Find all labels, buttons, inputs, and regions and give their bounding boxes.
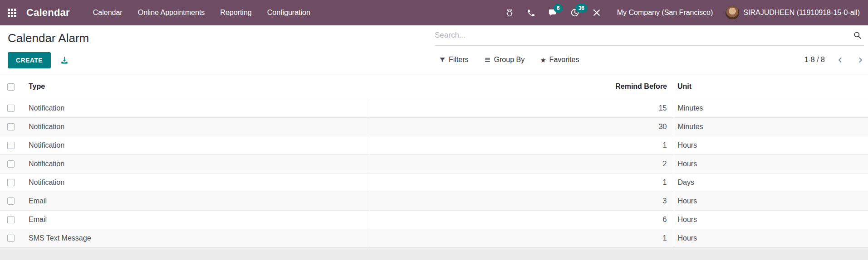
pager-next-button[interactable] <box>857 56 864 64</box>
row-end-spacer <box>857 192 868 210</box>
row-unit[interactable]: Minutes <box>674 117 857 136</box>
table-row[interactable]: Email 6 Hours <box>0 210 868 229</box>
user-menu[interactable]: SIRAJUDHEEN (11910918-15-0-all) <box>724 6 862 19</box>
table-row[interactable]: SMS Text Message 1 Hours <box>0 229 868 247</box>
row-type[interactable]: Notification <box>22 99 370 117</box>
bug-icon[interactable] <box>500 0 519 25</box>
favorites-label: Favorites <box>549 56 579 64</box>
row-remind-before[interactable]: 3 <box>370 192 674 210</box>
row-select-cell[interactable] <box>0 154 22 173</box>
row-end-spacer <box>857 136 868 154</box>
filter-funnel-icon <box>439 57 446 63</box>
messages-icon[interactable]: 6 <box>544 0 563 25</box>
page-title: Calendar Alarm <box>8 31 435 45</box>
pager-value: 1-8 / 8 <box>804 56 825 64</box>
row-unit[interactable]: Days <box>674 173 857 192</box>
top-navbar: Calendar CalendarOnline AppointmentsRepo… <box>0 0 868 25</box>
row-select-cell[interactable] <box>0 210 22 229</box>
row-checkbox[interactable] <box>7 123 15 130</box>
favorites-menu[interactable]: ★ Favorites <box>535 53 584 67</box>
row-end-spacer <box>857 154 868 173</box>
phone-icon[interactable] <box>522 0 541 25</box>
row-remind-before[interactable]: 2 <box>370 154 674 173</box>
control-panel: Calendar Alarm CREATE <box>0 25 868 74</box>
select-all-checkbox[interactable] <box>7 83 15 91</box>
row-remind-before[interactable]: 1 <box>370 136 674 154</box>
bug-icon <box>505 8 514 17</box>
row-unit[interactable]: Minutes <box>674 99 857 117</box>
row-checkbox[interactable] <box>7 105 15 112</box>
column-header-remind-before[interactable]: Remind Before <box>370 74 674 99</box>
menu-item[interactable]: Configuration <box>260 0 318 25</box>
column-header-unit[interactable]: Unit <box>674 74 857 99</box>
row-type[interactable]: SMS Text Message <box>22 229 370 247</box>
row-select-cell[interactable] <box>0 192 22 210</box>
company-switcher[interactable]: My Company (San Francisco) <box>609 9 721 17</box>
search-icon <box>853 31 862 40</box>
table-row[interactable]: Notification 30 Minutes <box>0 117 868 136</box>
row-unit[interactable]: Hours <box>674 136 857 154</box>
row-checkbox[interactable] <box>7 142 15 149</box>
row-checkbox[interactable] <box>7 179 15 186</box>
column-header-type[interactable]: Type <box>22 74 370 99</box>
wrench-screwdriver-icon <box>592 8 601 17</box>
group-by-label: Group By <box>494 56 525 64</box>
menu-item[interactable]: Online Appointments <box>130 0 213 25</box>
row-end-spacer <box>857 173 868 192</box>
row-type[interactable]: Notification <box>22 154 370 173</box>
activities-badge: 36 <box>575 4 588 13</box>
row-remind-before[interactable]: 1 <box>370 173 674 192</box>
chevron-left-icon <box>837 56 843 64</box>
phone-icon <box>527 9 535 17</box>
row-checkbox[interactable] <box>7 235 15 242</box>
table-row[interactable]: Notification 1 Days <box>0 173 868 192</box>
activities-icon[interactable]: 36 <box>565 0 584 25</box>
menu-item[interactable]: Calendar <box>85 0 130 25</box>
row-unit[interactable]: Hours <box>674 229 857 247</box>
group-by-icon <box>484 57 491 63</box>
row-unit[interactable]: Hours <box>674 154 857 173</box>
row-remind-before[interactable]: 30 <box>370 117 674 136</box>
search-button[interactable] <box>851 30 864 41</box>
group-by-menu[interactable]: Group By <box>480 53 530 67</box>
row-select-cell[interactable] <box>0 173 22 192</box>
tools-icon[interactable] <box>587 0 606 25</box>
row-select-cell[interactable] <box>0 136 22 154</box>
row-type[interactable]: Notification <box>22 136 370 154</box>
messages-badge: 6 <box>554 4 563 13</box>
menu-item[interactable]: Reporting <box>212 0 259 25</box>
row-unit[interactable]: Hours <box>674 192 857 210</box>
row-type[interactable]: Email <box>22 192 370 210</box>
row-checkbox[interactable] <box>7 216 15 223</box>
row-checkbox[interactable] <box>7 197 15 205</box>
row-remind-before[interactable]: 6 <box>370 210 674 229</box>
row-type[interactable]: Email <box>22 210 370 229</box>
apps-menu-button[interactable] <box>0 0 24 25</box>
pager-previous-button[interactable] <box>837 56 843 64</box>
alarm-table-body: Notification 15 Minutes Notification 30 … <box>0 99 868 247</box>
select-all-cell[interactable] <box>0 74 22 99</box>
row-type[interactable]: Notification <box>22 173 370 192</box>
row-remind-before[interactable]: 15 <box>370 99 674 117</box>
apps-grid-icon <box>8 9 16 17</box>
table-row[interactable]: Notification 2 Hours <box>0 154 868 173</box>
row-select-cell[interactable] <box>0 99 22 117</box>
table-row[interactable]: Email 3 Hours <box>0 192 868 210</box>
export-button[interactable] <box>60 56 69 65</box>
list-view: Type Remind Before Unit Notification 15 … <box>0 74 868 248</box>
row-unit[interactable]: Hours <box>674 210 857 229</box>
table-row[interactable]: Notification 15 Minutes <box>0 99 868 117</box>
create-button[interactable]: CREATE <box>8 52 51 68</box>
row-checkbox[interactable] <box>7 160 15 168</box>
search-input[interactable] <box>435 31 851 40</box>
filters-label: Filters <box>449 56 469 64</box>
row-type[interactable]: Notification <box>22 117 370 136</box>
filters-menu[interactable]: Filters <box>435 53 473 67</box>
table-row[interactable]: Notification 1 Hours <box>0 136 868 154</box>
chevron-right-icon <box>857 56 864 64</box>
user-name: SIRAJUDHEEN (11910918-15-0-all) <box>743 9 860 17</box>
row-select-cell[interactable] <box>0 117 22 136</box>
optional-columns-button[interactable] <box>857 74 868 99</box>
row-remind-before[interactable]: 1 <box>370 229 674 247</box>
row-select-cell[interactable] <box>0 229 22 247</box>
